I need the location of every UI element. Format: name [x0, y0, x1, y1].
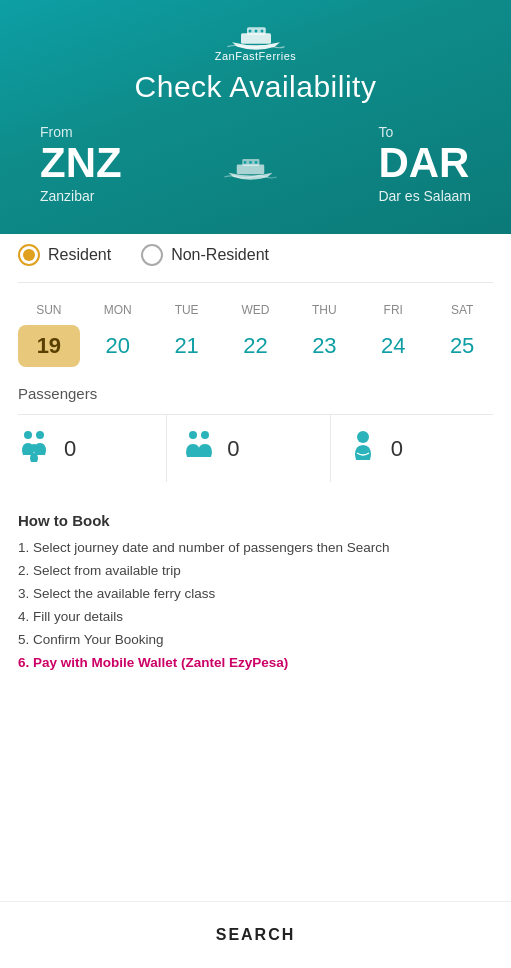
day-mon: MON — [87, 303, 149, 317]
non-resident-radio[interactable] — [141, 244, 163, 266]
day-wed: WED — [225, 303, 287, 317]
step-2: 2. Select from available trip — [18, 560, 493, 583]
resident-option[interactable]: Resident — [18, 244, 111, 266]
from-label: From — [40, 124, 73, 140]
svg-rect-5 — [236, 165, 264, 175]
day-tue: TUE — [156, 303, 218, 317]
passengers-section: Passengers — [18, 385, 493, 482]
search-bar: SEARCH — [0, 901, 511, 968]
step-5: 5. Confirm Your Booking — [18, 629, 493, 652]
adult-icon — [18, 427, 54, 470]
header-section: ZanFastFerries Check Availability From Z… — [0, 0, 511, 234]
to-name: Dar es Salaam — [378, 188, 471, 204]
adult-count: 0 — [64, 436, 76, 462]
main-card: Resident Non-Resident SUN MON TUE WED TH… — [0, 224, 511, 901]
date-23[interactable]: 23 — [294, 325, 356, 367]
date-19[interactable]: 19 — [18, 325, 80, 367]
date-24[interactable]: 24 — [362, 325, 424, 367]
to-code: DAR — [378, 142, 469, 184]
svg-point-3 — [254, 29, 257, 32]
svg-point-14 — [201, 431, 209, 439]
infant-icon — [345, 427, 381, 470]
svg-point-2 — [248, 29, 251, 32]
how-to-book-section: How to Book 1. Select journey date and n… — [18, 500, 493, 685]
step-1: 1. Select journey date and number of pas… — [18, 537, 493, 560]
svg-point-9 — [254, 161, 257, 164]
step-3: 3. Select the available ferry class — [18, 583, 493, 606]
resident-radio[interactable] — [18, 244, 40, 266]
non-resident-option[interactable]: Non-Resident — [141, 244, 269, 266]
svg-point-10 — [24, 431, 32, 439]
svg-point-12 — [31, 444, 37, 450]
svg-point-13 — [189, 431, 197, 439]
date-25[interactable]: 25 — [431, 325, 493, 367]
day-sun: SUN — [18, 303, 80, 317]
to-label: To — [378, 124, 393, 140]
date-20[interactable]: 20 — [87, 325, 149, 367]
svg-point-8 — [249, 161, 252, 164]
youth-count: 0 — [227, 436, 239, 462]
ferry-route-icon — [223, 153, 278, 185]
non-resident-label: Non-Resident — [171, 246, 269, 264]
step-6: 6. Pay with Mobile Wallet (Zantel EzyPes… — [18, 652, 493, 675]
date-21[interactable]: 21 — [156, 325, 218, 367]
passengers-label: Passengers — [18, 385, 493, 402]
day-fri: FRI — [362, 303, 424, 317]
svg-point-11 — [36, 431, 44, 439]
from-section: From ZNZ Zanzibar — [40, 124, 122, 204]
resident-toggle: Resident Non-Resident — [18, 244, 493, 283]
svg-point-4 — [260, 29, 263, 32]
svg-rect-0 — [241, 33, 271, 44]
svg-point-15 — [357, 431, 369, 443]
from-code: ZNZ — [40, 142, 122, 184]
youth-icon — [181, 427, 217, 470]
ferry-center-icon — [223, 153, 278, 185]
passenger-row: 0 0 — [18, 414, 493, 482]
date-22[interactable]: 22 — [225, 325, 287, 367]
day-headers: SUN MON TUE WED THU FRI SAT — [18, 303, 493, 317]
page-title: Check Availability — [20, 70, 491, 104]
search-button[interactable]: SEARCH — [20, 918, 491, 952]
how-to-book-list: 1. Select journey date and number of pas… — [18, 537, 493, 675]
day-sat: SAT — [431, 303, 493, 317]
step-4: 4. Fill your details — [18, 606, 493, 629]
resident-label: Resident — [48, 246, 111, 264]
calendar-section: SUN MON TUE WED THU FRI SAT 19 20 21 22 … — [18, 303, 493, 367]
day-thu: THU — [294, 303, 356, 317]
svg-point-7 — [243, 161, 246, 164]
passenger-youth[interactable]: 0 — [166, 415, 329, 482]
infant-count: 0 — [391, 436, 403, 462]
logo-area: ZanFastFerries — [20, 18, 491, 62]
passenger-adult[interactable]: 0 — [18, 415, 166, 482]
day-cells: 19 20 21 22 23 24 25 — [18, 325, 493, 367]
logo-icon — [226, 18, 286, 52]
from-name: Zanzibar — [40, 188, 94, 204]
how-to-book-title: How to Book — [18, 512, 493, 529]
to-section: To DAR Dar es Salaam — [378, 124, 471, 204]
logo-text: ZanFastFerries — [215, 50, 297, 62]
route-row: From ZNZ Zanzibar To DAR Dar es Salaam — [20, 124, 491, 204]
passenger-infant[interactable]: 0 — [330, 415, 493, 482]
